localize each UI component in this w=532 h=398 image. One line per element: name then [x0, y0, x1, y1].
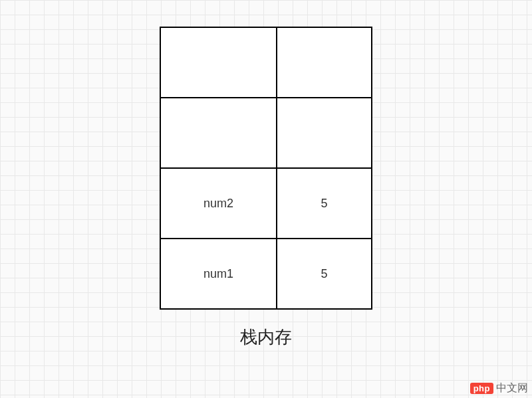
watermark-badge: php — [470, 383, 493, 394]
table-row — [160, 27, 372, 98]
table-row — [160, 98, 372, 168]
stack-memory-diagram: num2 5 num1 5 — [160, 27, 372, 310]
table-row: num2 5 — [160, 168, 372, 239]
cell-value — [277, 98, 372, 168]
cell-name — [160, 27, 277, 98]
watermark-text: 中文网 — [496, 381, 528, 395]
cell-value — [277, 27, 372, 98]
cell-name: num2 — [160, 168, 277, 239]
stack-table: num2 5 num1 5 — [160, 27, 372, 310]
cell-value: 5 — [277, 239, 372, 309]
cell-value: 5 — [277, 168, 372, 239]
cell-name: num1 — [160, 239, 277, 309]
cell-name — [160, 98, 277, 168]
table-row: num1 5 — [160, 239, 372, 309]
watermark: php 中文网 — [470, 381, 528, 395]
diagram-caption: 栈内存 — [160, 326, 372, 349]
